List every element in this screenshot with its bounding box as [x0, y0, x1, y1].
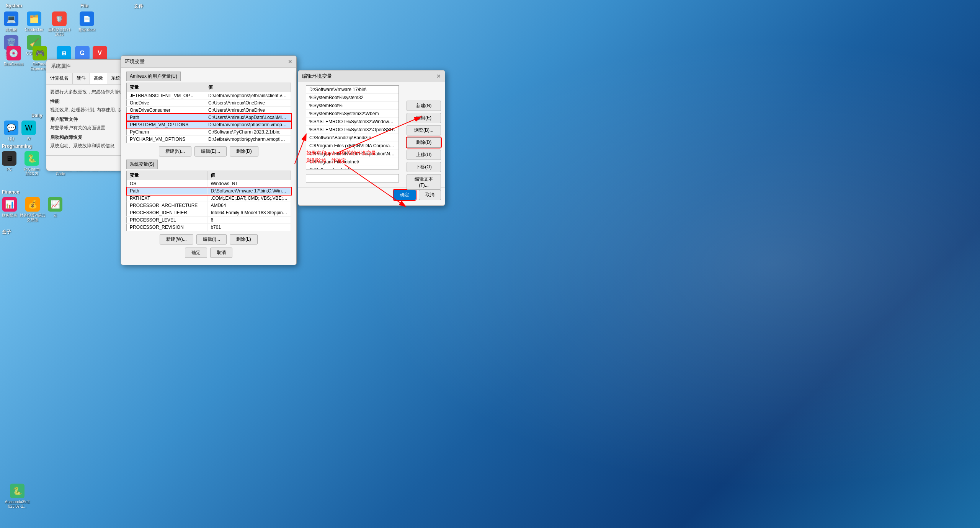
sys-var-row-proc-arch[interactable]: PROCESSOR_ARCHITECTURE AMD64 — [127, 202, 291, 209]
edit-env-path-list[interactable]: D:\Software\Vmware 17\bin\ %SystemRoot%\… — [306, 85, 399, 169]
sys-var-name-proc-level: PROCESSOR_LEVEL — [127, 217, 207, 224]
sys-var-row-proc-rev[interactable]: PROCESSOR_REVISION b701 — [127, 224, 291, 231]
icon-row-daily: 💬 QQ W W — [4, 121, 36, 141]
user-var-value-onedriveconsumer: C:\Users\Amireux\OneDrive — [205, 107, 291, 114]
user-var-name-path: Path — [127, 114, 205, 121]
edit-env-edit-text-button[interactable]: 编辑文本(T)... — [407, 174, 441, 190]
path-item-sysroot[interactable]: %SystemRoot% — [306, 102, 399, 110]
icon-column-3: 🛡️ 远程安全软件 2023 — [46, 11, 73, 37]
sys-var-value-proc-level: 6 — [207, 217, 291, 224]
group-label-programming: Programming — [2, 143, 32, 149]
sys-vars-table: 变量 值 OS Windows_NT Path D:\Software\Vmwa… — [126, 171, 291, 231]
user-var-value-pycharm: C:\Software\PyCharm 2023.2.1\bin; — [205, 129, 291, 136]
edit-env-path-input[interactable] — [306, 174, 399, 183]
path-item-nodejs[interactable]: C:\Software\nodejs\ — [306, 166, 399, 169]
path-item-nvidia-nvdlisr[interactable]: C:\Program Files\NVIDIA Corporation\NVID… — [306, 150, 399, 158]
sys-var-value-os: Windows_NT — [207, 180, 291, 187]
sys-var-row-os[interactable]: OS Windows_NT — [127, 180, 291, 187]
user-section-label: Amireux 的用户变量(U) — [126, 72, 181, 81]
sys-var-value-proc-arch: AMD64 — [207, 202, 291, 209]
user-var-row-jetbrains[interactable]: JETBRAINSCLIENT_VM_OP... D:\Jetbra\vmopt… — [127, 92, 291, 99]
env-cancel-button[interactable]: 取消 — [210, 248, 232, 258]
icon-label-daily-1: QQ — [8, 137, 14, 141]
env-dialog-body: Amireux 的用户变量(U) 变量 值 JETBRAINSCLIENT_VM… — [121, 68, 296, 265]
user-edit-button[interactable]: 编辑(E)... — [194, 146, 227, 156]
env-dialog-close-button[interactable]: ✕ — [288, 59, 292, 64]
user-var-name-jetbrains: JETBRAINSCLIENT_VM_OP... — [127, 92, 205, 99]
user-var-value-pycharm-options: D:\Jetbra\vmoption\pycharm.vmoptions — [205, 136, 291, 143]
user-var-row-pycharm[interactable]: PyCharm C:\Software\PyCharm 2023.2.1\bin… — [127, 129, 291, 136]
env-dialog-title: 环境变量 — [125, 58, 145, 65]
sys-var-value-proc-id: Intel64 Family 6 Model 183 Stepping 1, G… — [207, 209, 291, 217]
edit-env-dialog-close-button[interactable]: ✕ — [436, 73, 441, 79]
sys-edit-button[interactable]: 编辑(I)... — [196, 234, 227, 244]
env-confirm-button[interactable]: 确定 — [185, 248, 207, 258]
icon-label-diskgenius: DiskGenius — [4, 62, 23, 67]
path-item-dotnet[interactable]: C:\Program Files\dotnet\ — [306, 158, 399, 166]
icon-pc[interactable]: 🖥 PC — [2, 151, 16, 176]
icon-pycharm[interactable]: 🐍 PyCharm 2023.2I — [18, 151, 45, 176]
sys-props-title: 系统属性 — [51, 63, 71, 70]
edit-env-side-buttons: 新建(N) 编辑(E) 浏览(B)... 删除(D) 上移(U) 下移(O) 编… — [407, 101, 441, 190]
icon-coodesker[interactable]: 🗂️ Coodesker — [25, 11, 43, 32]
icon-finance3[interactable]: 📈 云 — [48, 197, 62, 222]
icon-daily-1[interactable]: 💬 QQ — [4, 121, 18, 141]
edit-env-new-button[interactable]: 新建(N) — [407, 101, 441, 111]
sys-var-row-path[interactable]: Path D:\Software\Vmware 17\bin;C:\Window… — [127, 187, 291, 195]
sys-delete-button[interactable]: 删除(L) — [230, 234, 258, 244]
user-var-row-onedrive[interactable]: OneDrive C:\Users\Amireux\OneDrive — [127, 99, 291, 107]
icon-label-finance3: 云 — [53, 213, 57, 218]
icon-daily-2[interactable]: W W — [21, 121, 36, 141]
edit-env-up-button[interactable]: 上移(U) — [407, 150, 441, 160]
sys-var-row-pathext[interactable]: PATHEXT .COM;.EXE;.BAT;.CMD;.VBS;.VBE;.J… — [127, 195, 291, 202]
user-var-row-phpstorm[interactable]: PHPSTORM_VM_OPTIONS D:\Jetbra\vmoptions\… — [127, 121, 291, 129]
desktop: System File 文件 💻 此电脑 🗑️ 回收站 🗂️ Coodesker… — [0, 0, 980, 528]
path-item-openssh[interactable]: %SYSTEMROOT%\System32\OpenSSH\ — [306, 126, 399, 134]
sys-section-label: 系统变量(S) — [126, 160, 158, 169]
icon-label-coodesker: Coodesker — [25, 28, 43, 32]
icon-remote-security[interactable]: 🛡️ 远程安全软件 2023 — [46, 11, 73, 37]
edit-env-cancel-button[interactable]: 取消 — [419, 190, 441, 200]
icon-anaconda[interactable]: 🐍 Anaconda3\n2023.07-2... — [4, 484, 31, 509]
icon-finance2[interactable]: 💰 财务报算\n易云交易版 — [19, 197, 46, 222]
path-item-wbem[interactable]: %SystemRoot%\System32\Wbem — [306, 110, 399, 118]
icon-word-doc1[interactable]: 📄 想做.docx — [78, 11, 95, 32]
sys-vars-buttons: 新建(W)... 编辑(I)... 删除(L) — [126, 234, 291, 244]
edit-env-dialog: 编辑环境变量 ✕ D:\Software\Vmware 17\bin\ %Sys… — [298, 70, 445, 206]
edit-env-browse-button[interactable]: 浏览(B)... — [407, 125, 441, 135]
group-label-system: System — [6, 3, 22, 8]
user-var-row-path[interactable]: Path C:\Users\Amireux\AppData\Local\Micr… — [127, 114, 291, 121]
sys-var-name-proc-id: PROCESSOR_IDENTIFIER — [127, 209, 207, 217]
path-item-powershell[interactable]: %SYSTEMROOT%\System32\WindowsPowerShell\… — [306, 118, 399, 126]
icon-label-finance2: 财务报算\n易云交易版 — [19, 213, 46, 222]
icon-label-pycharm: PyCharm 2023.2I — [18, 167, 45, 176]
edit-env-confirm-button[interactable]: 确定 — [394, 190, 416, 200]
icon-finance1[interactable]: 📊 财务报表 — [2, 197, 17, 222]
path-item-nvidia-physx[interactable]: C:\Program Files (x86)\NVIDIA Corporatio… — [306, 142, 399, 150]
icon-此电脑[interactable]: 💻 此电脑 — [4, 11, 18, 32]
user-vars-section: Amireux 的用户变量(U) 变量 值 JETBRAINSCLIENT_VM… — [126, 72, 291, 156]
user-new-button[interactable]: 新建(N)... — [159, 146, 191, 156]
path-item-sysroot32[interactable]: %SystemRoot%\system32 — [306, 94, 399, 102]
sys-var-row-proc-level[interactable]: PROCESSOR_LEVEL 6 — [127, 217, 291, 224]
sys-var-value-path: D:\Software\Vmware 17\bin;C:\Windows\sys… — [207, 187, 291, 195]
edit-env-down-button[interactable]: 下移(O) — [407, 162, 441, 172]
user-var-row-pycharm-options[interactable]: PYCHARM_VM_OPTIONS D:\Jetbra\vmoption\py… — [127, 136, 291, 143]
group-label-finance: Finance — [2, 189, 19, 195]
icon-label-此电脑: 此电脑 — [5, 28, 17, 32]
edit-env-delete-button[interactable]: 删除(D) — [407, 137, 441, 148]
path-item-vmware[interactable]: D:\Software\Vmware 17\bin\ — [306, 86, 399, 94]
tab-computer-name[interactable]: 计算机名 — [46, 73, 73, 84]
user-delete-button[interactable]: 删除(D) — [230, 146, 258, 156]
sys-new-button[interactable]: 新建(W)... — [160, 234, 193, 244]
icon-diskgenius[interactable]: 💿 DiskGenius — [4, 46, 23, 71]
tab-hardware[interactable]: 硬件 — [73, 73, 90, 84]
edit-env-edit-button[interactable]: 编辑(E) — [407, 113, 441, 123]
user-table-header-name: 变量 — [127, 83, 205, 92]
icon-label-anaconda: Anaconda3\n2023.07-2... — [4, 500, 31, 509]
sys-var-row-proc-id[interactable]: PROCESSOR_IDENTIFIER Intel64 Family 6 Mo… — [127, 209, 291, 217]
user-var-row-onedriveconsumer[interactable]: OneDriveConsumer C:\Users\Amireux\OneDri… — [127, 107, 291, 114]
tab-advanced[interactable]: 高级 — [90, 73, 107, 84]
path-item-bandizip[interactable]: C:\Software\Bandizip\Bandizip — [306, 134, 399, 142]
edit-env-dialog-body: D:\Software\Vmware 17\bin\ %SystemRoot%\… — [298, 85, 445, 205]
